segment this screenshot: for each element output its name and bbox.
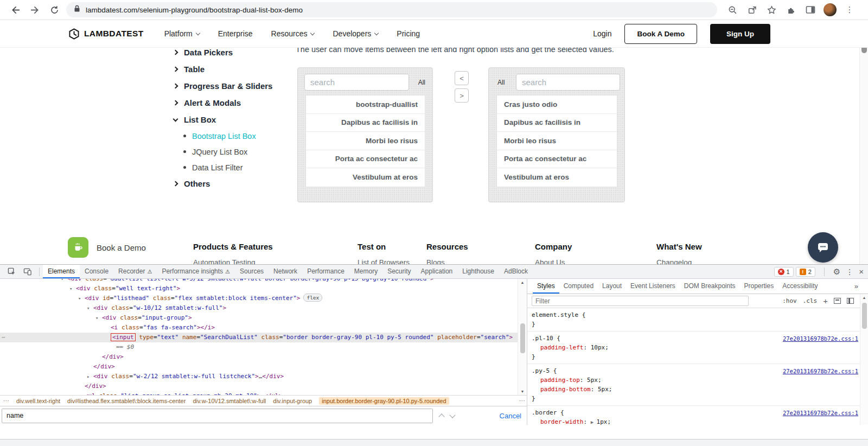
tree-line[interactable]: ▾<div class="input-group">: [0, 313, 518, 323]
tree-line[interactable]: ▾<div id="listhead" class="flex smtablet…: [0, 294, 518, 303]
stylesheet-link[interactable]: 27e201316978b72e.css:1: [783, 367, 858, 376]
css-selector[interactable]: .border {: [532, 409, 564, 416]
tree-line[interactable]: ▸<ul class="list-group ss list-group mb-…: [0, 391, 518, 395]
elements-scroll-down-arrow[interactable]: ▼: [518, 390, 527, 393]
list-item[interactable]: Dapibus ac facilisis in: [306, 114, 425, 132]
footer-link[interactable]: Blogs: [426, 258, 445, 264]
zoom-out-icon[interactable]: [725, 3, 739, 17]
side-panel-icon[interactable]: [803, 3, 818, 17]
devtools-tab-lighthouse[interactable]: Lighthouse: [457, 265, 499, 278]
devtools-close-icon[interactable]: ×: [859, 267, 864, 276]
sidebar-item-table[interactable]: Table: [174, 61, 290, 78]
move-right-button[interactable]: >: [455, 88, 469, 103]
devtools-tab-performance[interactable]: Performance: [302, 265, 349, 278]
tree-line[interactable]: ⋯<input type="text" name="SearchDualList…: [0, 333, 518, 342]
sidebar-item-list-box[interactable]: List Box: [174, 111, 290, 128]
tree-line[interactable]: <i class="fas fa-search"></i>: [0, 323, 518, 333]
sidebar-item-alert-modals[interactable]: Alert & Modals: [174, 94, 290, 111]
css-property-line[interactable]: padding-bottom: 5px;: [532, 385, 864, 394]
sidebar-item-bootstrap-list-box[interactable]: Bootstrap List Box: [174, 128, 290, 144]
styles-tab-accessibility[interactable]: Accessibility: [778, 279, 822, 294]
left-all-label[interactable]: All: [418, 79, 425, 86]
find-next-icon[interactable]: [449, 412, 455, 418]
computed-panel-toggle-icon[interactable]: [847, 298, 854, 304]
styles-scroll-thumb[interactable]: [862, 303, 867, 329]
tree-line[interactable]: ▾<div class="w-10/12 smtablet:w-full">: [0, 303, 518, 313]
sidebar-item-jquery-list-box[interactable]: JQuery List Box: [174, 144, 290, 160]
styles-tab-event-listeners[interactable]: Event Listeners: [626, 279, 680, 294]
address-bar[interactable]: lambdatest.com/selenium-playground/boots…: [66, 2, 717, 17]
footer-link[interactable]: List of Browsers: [358, 258, 410, 264]
console-errors-badge[interactable]: ✕ 1: [774, 267, 794, 277]
browser-menu-icon[interactable]: ⋮: [843, 3, 857, 17]
page-scrollbar[interactable]: ▲: [859, 20, 868, 264]
find-input[interactable]: [2, 409, 433, 423]
bookmark-star-icon[interactable]: [764, 3, 778, 17]
tree-collapse-arrow-icon[interactable]: ▾: [87, 303, 93, 313]
nav-item-platform[interactable]: Platform: [164, 29, 200, 38]
left-search-input[interactable]: [304, 74, 409, 91]
list-item[interactable]: Porta ac consectetur ac: [497, 150, 617, 169]
list-item[interactable]: Vestibulum at eros: [497, 168, 617, 187]
find-cancel-button[interactable]: Cancel: [500, 412, 521, 420]
styles-scroll-up-arrow[interactable]: ▲: [860, 296, 868, 300]
back-icon[interactable]: [8, 3, 22, 17]
list-item[interactable]: Porta ac consectetur ac: [306, 150, 425, 169]
tree-expand-arrow-icon[interactable]: ▸: [87, 372, 93, 381]
devtools-tab-sources[interactable]: Sources: [235, 265, 269, 278]
styles-filter-input[interactable]: [532, 296, 749, 306]
device-toolbar-icon[interactable]: [21, 265, 35, 279]
nav-item-resources[interactable]: Resources: [271, 29, 315, 38]
right-all-label[interactable]: All: [497, 79, 505, 86]
book-a-demo-button[interactable]: Book A Demo: [624, 24, 697, 44]
tree-collapse-arrow-icon[interactable]: ▾: [78, 294, 85, 303]
styles-tabs-overflow-icon[interactable]: »: [854, 282, 858, 290]
devtools-tab-recorder[interactable]: Recorder⚠: [113, 265, 157, 278]
extensions-puzzle-icon[interactable]: [784, 3, 798, 17]
devtools-tab-console[interactable]: Console: [80, 265, 113, 278]
footer-book-demo[interactable]: Book a Demo: [68, 237, 146, 258]
stylesheet-link[interactable]: 27e201316978b72e.css:1: [783, 334, 858, 343]
footer-link[interactable]: Automation Testing: [193, 258, 256, 264]
breadcrumb-overflow-right[interactable]: ⋯: [517, 397, 525, 404]
find-previous-icon[interactable]: [438, 413, 444, 419]
nav-item-developers[interactable]: Developers: [333, 29, 378, 38]
longhand-expand-arrow-icon[interactable]: ▶: [591, 419, 597, 425]
sidebar-item-data-list-filter[interactable]: Data List Filter: [174, 160, 290, 175]
breadcrumb-item[interactable]: div.w-10\/12.smtablet\:w-full: [193, 398, 266, 404]
list-item[interactable]: Dapibus ac facilisis in: [497, 114, 617, 132]
stylesheet-link[interactable]: 27e201316978b72e.css:1: [783, 409, 858, 418]
elements-scroll-thumb[interactable]: [520, 323, 525, 353]
tree-line[interactable]: ▾<div class="dual-list list-left w-5/12 …: [0, 279, 518, 284]
list-item[interactable]: Cras justo odio: [497, 95, 617, 114]
css-selector[interactable]: .py-5 {: [532, 367, 557, 374]
devtools-tab-application[interactable]: Application: [416, 265, 458, 278]
breadcrumb-overflow-left[interactable]: ⋯: [3, 397, 9, 404]
nav-item-enterprise[interactable]: Enterprise: [218, 29, 253, 38]
tree-collapse-arrow-icon[interactable]: ▾: [95, 313, 102, 323]
tree-line[interactable]: </div>: [0, 362, 518, 372]
styles-tab-computed[interactable]: Computed: [559, 279, 598, 294]
breadcrumb-item[interactable]: div#listhead.flex.smtablet\:block.items-…: [67, 398, 186, 404]
profile-avatar[interactable]: [823, 3, 837, 17]
rendering-icon[interactable]: [834, 298, 841, 304]
css-selector[interactable]: element.style {: [532, 311, 585, 318]
new-style-rule-button[interactable]: +: [823, 296, 828, 305]
styles-scrollbar[interactable]: ▲: [860, 294, 868, 425]
tree-collapse-arrow-icon[interactable]: ▾: [69, 284, 76, 294]
devtools-tab-memory[interactable]: Memory: [349, 265, 382, 278]
class-toggle-button[interactable]: .cls: [803, 297, 818, 304]
list-item[interactable]: bootstrap-duallist: [306, 95, 425, 114]
sidebar-item-others[interactable]: Others: [174, 175, 290, 192]
devtools-tab-adblock[interactable]: AdBlock: [499, 265, 533, 278]
tree-line[interactable]: == $0: [0, 342, 518, 352]
login-link[interactable]: Login: [593, 29, 611, 38]
reload-icon[interactable]: [47, 3, 61, 17]
inspect-element-icon[interactable]: [4, 265, 18, 279]
devtools-tab-network[interactable]: Network: [269, 265, 302, 278]
forward-icon[interactable]: [28, 3, 42, 17]
elements-scrollbar[interactable]: ▲ ▼: [518, 279, 527, 395]
devtools-settings-icon[interactable]: ⚙: [833, 267, 840, 277]
share-icon[interactable]: [745, 3, 759, 17]
sidebar-item-progress-bar-sliders[interactable]: Progress Bar & Sliders: [174, 78, 290, 94]
